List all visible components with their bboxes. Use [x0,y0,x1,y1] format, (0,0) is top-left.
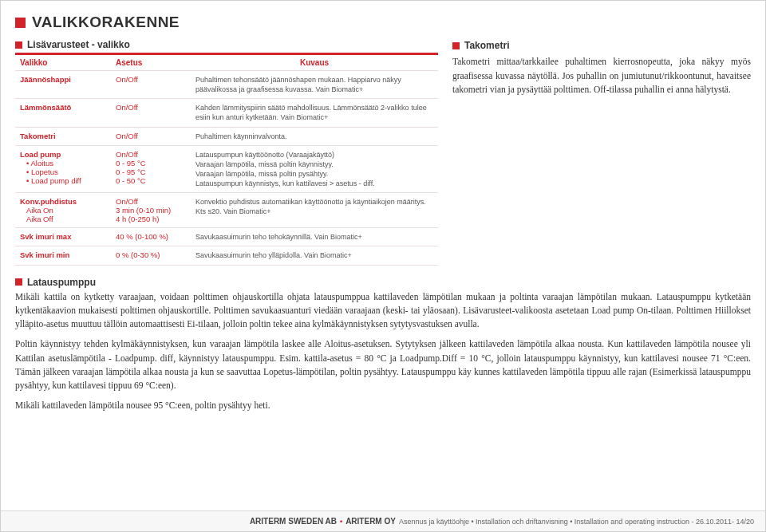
table-row: Svk imuri max40 % (0-100 %)Savukaasuimur… [15,228,438,246]
footer: ARITERM SWEDEN AB • ARITERM OY Asennus j… [1,510,765,531]
table-header-row: Valikko Asetus Kuvaus [15,54,438,71]
page-title-row: VALIKKORAKENNE [15,14,751,31]
right-section-heading-row: Takometri [452,39,751,53]
cell-valikko-sub: Lopetus [20,167,106,176]
footer-tail: Asennus ja käyttöohje • Installation och… [399,518,754,526]
left-column: Lisävarusteet - valikko Valikko Asetus K… [15,39,438,266]
cell-kuvaus: Konvektio puhdistus automatiikan käyttöö… [191,193,438,228]
cell-kuvaus: Kahden lämmityspiirin säätö mahdollisuus… [191,99,438,127]
cell-kuvaus: Savukaasuimurin teho tehokäynnillä. Vain… [191,228,438,246]
right-body-text: Takometri mittaa/tarkkailee puhaltimen k… [452,55,751,97]
right-paragraph: Takometri mittaa/tarkkailee puhaltimen k… [452,55,751,97]
table-row: Konv.puhdistusAika OnAika OffOn/Off 3 mi… [15,193,438,228]
section-bullet-icon [15,41,22,49]
page-container: VALIKKORAKENNE Lisävarusteet - valikko V… [0,0,766,532]
cell-valikko: Load pumpAloitusLopetusLoad pump diff [15,145,111,193]
lower-section-heading-row: Latauspumppu [15,277,751,288]
lower-body-text: Mikäli kattila on kytketty varaajaan, vo… [15,290,751,413]
col-valikko: Valikko [15,54,111,71]
section-bullet-icon [15,278,22,286]
cell-kuvaus: Latauspumpun käyttöönotto (Varaajakäyttö… [191,145,438,193]
cell-valikko-sub: Load pump diff [20,176,106,185]
cell-asetus: On/Off 3 min (0-10 min) 4 h (0-250 h) [111,193,191,228]
cell-valikko: Konv.puhdistusAika OnAika Off [15,193,111,228]
table-row: Svk imuri min0 % (0-30 %)Savukaasuimurin… [15,246,438,265]
right-section-heading: Takometri [464,39,509,53]
table-row: JäännöshappiOn/OffPuhaltimen tehonsäätö … [15,71,438,99]
left-section-heading: Lisävarusteet - valikko [27,39,130,50]
cell-asetus: On/Off [111,71,191,99]
col-kuvaus: Kuvaus [191,54,438,71]
left-section-heading-row: Lisävarusteet - valikko [15,39,438,50]
lower-paragraph-1: Mikäli kattila on kytketty varaajaan, vo… [15,290,751,332]
lower-section-heading: Latauspumppu [27,277,96,288]
footer-separator-icon: • [340,518,342,526]
footer-brand-1: ARITERM SWEDEN AB [250,517,337,526]
col-asetus: Asetus [111,54,191,71]
cell-valikko-sub: Aloitus [20,159,106,167]
cell-valikko-sub: Aika On [20,206,106,215]
lower-section: Latauspumppu Mikäli kattila on kytketty … [15,277,751,420]
table-row: LämmönsäätöOn/OffKahden lämmityspiirin s… [15,99,438,127]
cell-valikko: Svk imuri min [15,246,111,265]
cell-valikko: Takometri [15,127,111,145]
cell-kuvaus: Puhaltimen käynninvalvonta. [191,127,438,145]
cell-asetus: On/Off [111,127,191,145]
cell-kuvaus: Savukaasuimurin teho ylläpidolla. Vain B… [191,246,438,265]
page-title: VALIKKORAKENNE [32,14,180,31]
footer-brand-2: ARITERM OY [345,517,396,526]
lower-paragraph-3: Mikäli kattilaveden lämpötila nousee 95 … [15,399,751,412]
right-column: Takometri Takometri mittaa/tarkkailee pu… [452,39,751,103]
table-row: TakometriOn/OffPuhaltimen käynninvalvont… [15,127,438,145]
title-bullet-icon [15,18,26,28]
table-row: Load pumpAloitusLopetusLoad pump diffOn/… [15,145,438,193]
cell-valikko: Svk imuri max [15,228,111,246]
lower-paragraph-2: Poltin käynnistyy tehden kylmäkäynnistyk… [15,337,751,392]
cell-asetus: On/Off 0 - 95 °C 0 - 95 °C 0 - 50 °C [111,145,191,193]
cell-valikko-sub: Aika Off [20,215,106,223]
cell-kuvaus: Puhaltimen tehonsäätö jäännöshapen mukaa… [191,71,438,99]
cell-valikko: Jäännöshappi [15,71,111,99]
settings-table: Valikko Asetus Kuvaus JäännöshappiOn/Off… [15,53,438,266]
cell-asetus: 0 % (0-30 %) [111,246,191,265]
settings-table-body: JäännöshappiOn/OffPuhaltimen tehonsäätö … [15,71,438,266]
cell-asetus: On/Off [111,99,191,127]
two-column-layout: Lisävarusteet - valikko Valikko Asetus K… [15,39,751,266]
cell-asetus: 40 % (0-100 %) [111,228,191,246]
section-bullet-icon [452,42,460,49]
cell-valikko: Lämmönsäätö [15,99,111,127]
